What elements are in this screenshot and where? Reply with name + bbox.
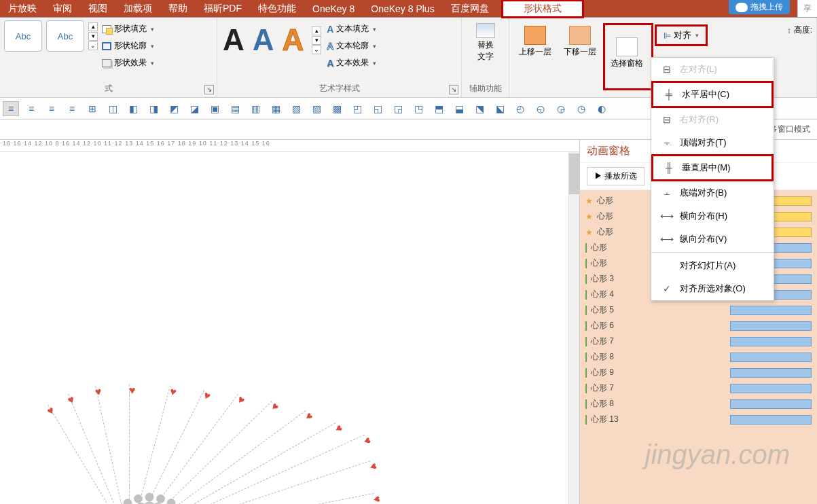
animation-item[interactable]: 心形 9 [580,365,817,380]
alt-text-button[interactable]: 替换 文字 [471,20,501,65]
align-center-h[interactable]: ╪水平居中(C) [651,81,774,108]
tab-slideshow[interactable]: 片放映 [0,0,45,18]
tool-align-left[interactable]: ≡ [3,101,19,116]
tool-12[interactable]: ▥ [247,101,264,116]
align-right[interactable]: ⊟右对齐(R) [651,108,774,131]
tab-onekey8plus[interactable]: OneKey 8 Plus [363,1,442,17]
tab-review[interactable]: 审阅 [45,0,80,18]
tool-10[interactable]: ▣ [206,101,223,116]
tool-6[interactable]: ◧ [125,101,141,116]
anim-timeline-bar[interactable] [730,353,812,362]
tool-8[interactable]: ◩ [166,101,182,116]
wordart-preset-2[interactable]: A [253,23,274,57]
tool-17[interactable]: ◰ [349,101,365,116]
play-selected-button[interactable]: ▶ 播放所选 [587,167,644,185]
animation-item[interactable]: 心形 7 [580,334,817,349]
tool-16[interactable]: ▩ [329,101,345,116]
anim-timeline-bar[interactable] [730,337,812,346]
slide-canvas[interactable]: 18 16 14 12 10 8 16 14 12 10 11 12 13 14… [0,140,579,504]
tool-align-right[interactable]: ≡ [43,101,60,116]
wordart-preset-3[interactable]: A [283,23,304,57]
wordart-launcher[interactable]: ↘ [449,85,458,94]
tab-addins[interactable]: 加载项 [115,0,160,18]
gallery-more-icon[interactable]: ⌄ [88,41,98,50]
drag-upload-button[interactable]: 拖拽上传 [729,0,790,14]
tool-19[interactable]: ◲ [390,101,406,116]
check-icon: ✓ [661,283,673,294]
tool-11[interactable]: ▤ [227,101,243,116]
wordart-gallery[interactable]: A A A ▴ ▾ ⌄ [221,20,323,60]
tool-align-justify[interactable]: ≡ [64,101,80,116]
animation-item[interactable]: 心形 5 [580,302,817,318]
tab-help[interactable]: 帮助 [160,0,196,18]
tool-9[interactable]: ◪ [186,101,202,116]
tool-7[interactable]: ◨ [145,101,162,116]
gallery-more-icon[interactable]: ⌄ [312,46,321,54]
gallery-up-icon[interactable]: ▴ [312,26,321,35]
tool-21[interactable]: ⬒ [431,101,447,116]
heart-shape[interactable]: ♥ [367,462,380,472]
tab-onekey8[interactable]: OneKey 8 [304,1,363,17]
share-button[interactable]: 享 [797,0,817,17]
align-left[interactable]: ⊟左对齐(L) [651,58,774,81]
distribute-v[interactable]: ⟷纵向分布(V) [651,228,774,251]
distribute-h[interactable]: ⟷横向分布(H) [651,204,774,228]
scrollbar-vertical[interactable] [568,152,579,504]
tool-15[interactable]: ▨ [308,101,325,116]
align-middle-v[interactable]: ╫垂直居中(M) [651,154,774,181]
tool-grid[interactable]: ⊞ [84,101,101,116]
gallery-down-icon[interactable]: ▾ [88,32,98,41]
tool-22[interactable]: ⬓ [451,101,467,116]
align-button[interactable]: ⊫ 对齐 ▾ [655,24,708,46]
tool-20[interactable]: ◳ [410,101,426,116]
shape-style-gallery[interactable]: Abc Abc ▴ ▾ ⌄ [4,20,98,52]
anim-timeline-bar[interactable] [730,399,812,409]
bring-forward-button[interactable]: 上移一层 [513,23,557,60]
shape-outline-button[interactable]: 形状轮廓▾ [102,39,154,53]
shape-fill-button[interactable]: 形状填充▾ [102,22,154,36]
gallery-down-icon[interactable]: ▾ [312,36,321,45]
tool-14[interactable]: ▧ [288,101,304,116]
shape-effects-button[interactable]: 形状效果▾ [102,56,154,70]
heart-shape[interactable]: ♥ [370,495,383,504]
animation-item[interactable]: 心形 6 [580,318,817,334]
tab-foxit[interactable]: 福昕PDF [196,0,250,18]
tool-18[interactable]: ◱ [369,101,386,116]
tab-view[interactable]: 视图 [80,0,115,18]
tab-shape-format[interactable]: 形状格式 [501,0,584,18]
scroll-thumb[interactable] [569,154,579,194]
align-to-slide[interactable]: 对齐幻灯片(A) [651,254,774,277]
animation-item[interactable]: 心形 7 [580,380,817,396]
wordart-preset-1[interactable]: A [223,23,244,57]
animation-item[interactable]: 心形 13 [580,412,817,427]
animation-item[interactable]: 心形 8 [580,396,817,412]
shape-style-launcher[interactable]: ↘ [204,85,214,94]
style-preset-1[interactable]: Abc [4,20,42,52]
anim-timeline-bar[interactable] [730,321,812,331]
tab-special[interactable]: 特色功能 [250,0,304,18]
text-effects-button[interactable]: A文本效果▾ [327,56,376,70]
align-bottom[interactable]: ⫠底端对齐(B) [651,181,774,204]
text-fill-button[interactable]: A文本填充▾ [327,22,376,36]
text-outline-button[interactable]: A文本轮廓▾ [327,39,376,53]
align-to-selected[interactable]: ✓对齐所选对象(O) [651,277,774,300]
anim-timeline-bar[interactable] [730,384,812,393]
mandala-cluster[interactable] [95,486,204,504]
heart-shape[interactable]: ♥ [129,384,136,397]
tool-24[interactable]: ⬕ [492,101,508,116]
tool-5[interactable]: ◫ [105,101,121,116]
style-preset-2[interactable]: Abc [46,20,84,52]
tool-23[interactable]: ⬔ [471,101,488,116]
animation-item[interactable]: 心形 8 [580,349,817,365]
selection-pane-button[interactable]: 选择窗格 [611,37,643,69]
anim-timeline-bar[interactable] [730,306,812,315]
anim-timeline-bar[interactable] [730,415,812,425]
anim-timeline-bar[interactable] [730,368,812,378]
send-backward-button[interactable]: 下移一层 [558,23,602,60]
tool-13[interactable]: ▦ [268,101,284,116]
heart-shape[interactable]: ♥ [361,435,374,446]
tab-baidu[interactable]: 百度网盘 [443,0,497,18]
gallery-up-icon[interactable]: ▴ [88,22,98,31]
tool-align-center[interactable]: ≡ [23,101,39,116]
align-top[interactable]: ⫟顶端对齐(T) [651,131,774,154]
